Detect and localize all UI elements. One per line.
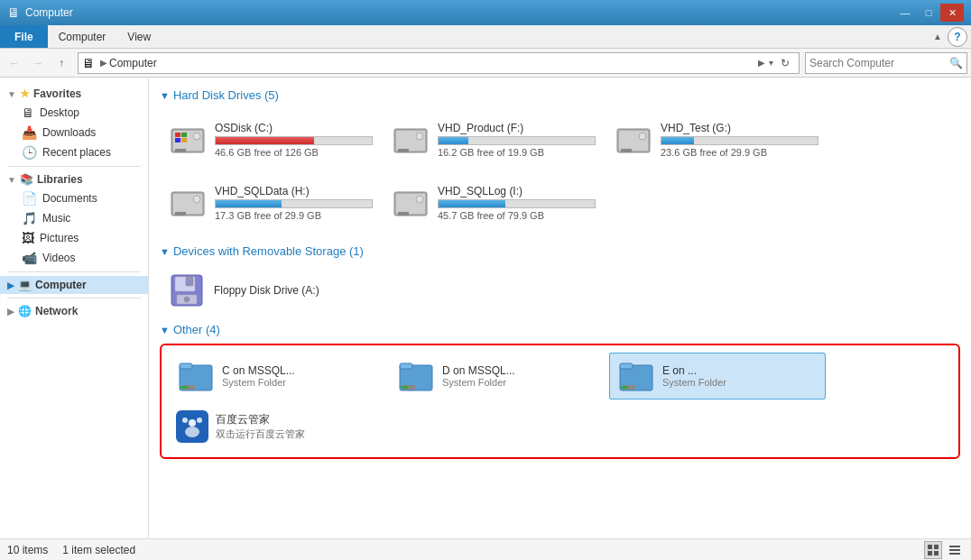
address-dropdown[interactable]: ▾: [769, 58, 773, 68]
address-bar[interactable]: 🖥 ▶ Computer ▶ ▾ ↻: [78, 52, 800, 74]
other-arrow[interactable]: ▼: [160, 325, 170, 335]
sidebar-item-recent[interactable]: 🕒 Recent places: [0, 142, 148, 162]
refresh-button[interactable]: ↻: [775, 53, 795, 73]
svg-rect-49: [949, 546, 960, 547]
view-tab[interactable]: View: [116, 25, 162, 48]
help-button[interactable]: ?: [948, 27, 967, 47]
downloads-icon: 📥: [22, 125, 37, 140]
sidebar-item-documents[interactable]: 📄 Documents: [0, 188, 148, 208]
drive-tile-f[interactable]: VHD_Product (F:) 16.2 GB free of 19.9 GB: [383, 109, 604, 170]
main-container: ▼ ★ Favorites 🖥 Desktop 📥 Downloads 🕒 Re…: [0, 78, 971, 538]
sidebar-item-downloads[interactable]: 📥 Downloads: [0, 123, 148, 142]
file-menu-button[interactable]: File: [0, 25, 48, 48]
status-right: [924, 541, 964, 559]
item-count: 10 items: [7, 544, 48, 556]
hard-drives-arrow[interactable]: ▼: [160, 90, 170, 101]
address-arrow2: ▶: [758, 58, 765, 68]
hard-drives-title: Hard Disk Drives (5): [173, 88, 279, 102]
svg-rect-5: [181, 133, 187, 137]
drive-space-c: 46.6 GB free of 126 GB: [215, 147, 373, 158]
other-title: Other (4): [173, 323, 220, 336]
favorites-header[interactable]: ▼ ★ Favorites: [0, 85, 148, 103]
other-folder-e[interactable]: E on ... System Folder: [609, 353, 826, 399]
other-folder-d[interactable]: D on MSSQL... System Folder: [389, 353, 606, 399]
floppy-name: Floppy Disk Drive (A:): [214, 284, 374, 297]
drive-name-c: OSDisk (C:): [215, 122, 373, 134]
other-folder-e-icon: [617, 358, 655, 395]
svg-point-14: [639, 133, 646, 140]
computer-arrow: ▶: [7, 280, 14, 290]
ribbon-expand-button[interactable]: ▲: [928, 30, 948, 43]
svg-rect-34: [400, 363, 412, 369]
drive-name-h: VHD_SQLData (H:): [215, 185, 373, 197]
details-view-button[interactable]: [946, 541, 964, 559]
svg-rect-15: [621, 149, 632, 152]
progress-fill-h: [216, 200, 282, 207]
navigation-bar: ← → ↑ 🖥 ▶ Computer ▶ ▾ ↻ 🔍: [0, 49, 971, 78]
title-bar: 🖥 Computer — □ ✕: [0, 0, 971, 25]
drive-tile-i[interactable]: VHD_SQLLog (I:) 45.7 GB free of 79.9 GB: [383, 172, 604, 234]
progress-bar-g: [661, 136, 818, 145]
up-button[interactable]: ↑: [51, 52, 72, 74]
floppy-tile[interactable]: Floppy Disk Drive (A:): [160, 265, 381, 316]
drive-info-f: VHD_Product (F:) 16.2 GB free of 19.9 GB: [438, 122, 596, 158]
sidebar-item-pictures[interactable]: 🖼 Pictures: [0, 228, 148, 248]
baidu-name: 百度云管家: [216, 412, 305, 427]
svg-point-41: [189, 419, 196, 427]
svg-rect-32: [180, 386, 188, 389]
forward-button[interactable]: →: [27, 52, 49, 74]
os-drive-icon: [168, 120, 208, 160]
sidebar-item-music[interactable]: 🎵 Music: [0, 208, 148, 228]
drive-icon-g: [614, 120, 653, 160]
sidebar-divider-3: [7, 298, 141, 298]
other-folder-c-icon: [177, 358, 215, 395]
drive-space-h: 17.3 GB free of 29.9 GB: [215, 210, 373, 221]
drive-icon-f: [391, 120, 430, 160]
sidebar-item-computer[interactable]: ▶ 💻 Computer: [0, 276, 148, 294]
close-button[interactable]: ✕: [940, 4, 964, 22]
drive-tile-c[interactable]: OSDisk (C:) 46.6 GB free of 126 GB: [160, 109, 381, 170]
status-bar: 10 items 1 item selected: [0, 538, 971, 560]
progress-fill-c: [216, 137, 314, 144]
svg-rect-51: [949, 553, 960, 555]
computer-tab[interactable]: Computer: [48, 25, 117, 48]
documents-icon: 📄: [22, 191, 37, 206]
network-arrow: ▶: [7, 307, 14, 317]
other-folder-d-info: D on MSSQL... System Folder: [442, 364, 515, 388]
address-text: Computer: [109, 57, 756, 69]
other-folder-c[interactable]: C on MSSQL... System Folder: [169, 353, 385, 399]
other-folder-d-name: D on MSSQL...: [442, 364, 515, 377]
ribbon-menu: File Computer View ▲ ?: [0, 25, 971, 49]
svg-rect-46: [934, 545, 939, 549]
large-icons-view-button[interactable]: [924, 541, 942, 559]
removable-grid: Floppy Disk Drive (A:): [160, 265, 960, 316]
drive-name-i: VHD_SQLLog (I:): [438, 185, 596, 197]
drive-tile-h[interactable]: VHD_SQLData (H:) 17.3 GB free of 29.9 GB: [160, 172, 381, 234]
drive-tile-g[interactable]: VHD_Test (G:) 23.6 GB free of 29.9 GB: [606, 109, 827, 170]
other-container: C on MSSQL... System Folder D on MSSQL..…: [160, 344, 960, 459]
svg-rect-50: [949, 549, 960, 551]
title-controls: — □ ✕: [893, 4, 964, 22]
svg-rect-45: [928, 545, 932, 549]
libraries-arrow: ▼: [7, 175, 16, 185]
removable-arrow[interactable]: ▼: [160, 246, 170, 257]
search-box[interactable]: 🔍: [805, 52, 967, 74]
back-button[interactable]: ←: [4, 52, 25, 74]
drive-info-i: VHD_SQLLog (I:) 45.7 GB free of 79.9 GB: [438, 185, 596, 221]
minimize-button[interactable]: —: [893, 4, 917, 22]
svg-point-22: [416, 196, 423, 203]
progress-bar-h: [215, 199, 373, 208]
libraries-header[interactable]: ▼ 📚 Libraries: [0, 170, 148, 188]
maximize-button[interactable]: □: [917, 4, 940, 22]
sidebar-item-network[interactable]: ▶ 🌐 Network: [0, 302, 148, 320]
baidu-tile[interactable]: 百度云管家 双击运行百度云管家: [169, 403, 349, 450]
svg-rect-26: [186, 277, 193, 286]
search-input[interactable]: [809, 57, 949, 69]
address-arrow1: ▶: [100, 58, 107, 68]
sidebar-item-videos[interactable]: 📹 Videos: [0, 248, 148, 268]
drive-info-g: VHD_Test (G:) 23.6 GB free of 29.9 GB: [661, 122, 818, 158]
removable-section-header: ▼ Devices with Removable Storage (1): [160, 244, 960, 258]
other-folder-e-name: E on ...: [662, 364, 726, 377]
sidebar-item-desktop[interactable]: 🖥 Desktop: [0, 103, 148, 123]
status-left: 10 items 1 item selected: [7, 544, 135, 556]
